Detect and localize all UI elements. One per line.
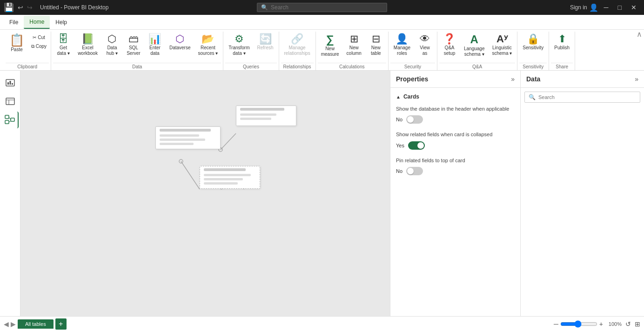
svg-rect-9	[11, 118, 14, 121]
table-card-1[interactable]	[155, 126, 221, 149]
table-card-3[interactable]	[200, 166, 260, 189]
prop-show-related-toggle-label: Yes	[396, 143, 404, 148]
data-hub-btn[interactable]: ⬡ Datahub ▾	[102, 32, 122, 60]
fit-view-btn[interactable]: ⊞	[635, 320, 640, 328]
new-measure-btn[interactable]: ∑ Newmeasure	[318, 32, 342, 60]
menu-home[interactable]: Home	[24, 16, 50, 29]
search-icon: 🔍	[261, 4, 268, 11]
maximize-btn[interactable]: □	[614, 0, 625, 15]
share-items: ⬆ Publish	[551, 32, 573, 62]
svg-line-12	[221, 133, 236, 150]
qa-items: ❓ Q&Asetup A Languageschema ▾ Aʸ Linguis…	[439, 32, 515, 62]
next-tab-btn[interactable]: ▶	[11, 320, 16, 328]
ribbon-collapse-btn[interactable]: ∧	[637, 30, 642, 39]
menu-file[interactable]: File	[4, 16, 24, 28]
dataverse-btn[interactable]: ⬡ Dataverse	[166, 32, 194, 60]
data-search-box[interactable]: 🔍	[524, 92, 640, 103]
table-card-2[interactable]	[236, 106, 296, 126]
view-as-btn[interactable]: 👁 Viewas	[415, 32, 435, 60]
data-panel-expand-btn[interactable]: »	[635, 75, 638, 83]
ribbon-group-sensitivity: 🔒 Sensitivity Sensitivity	[517, 32, 549, 70]
cards-section-header[interactable]: ▲ Cards	[396, 92, 515, 102]
properties-expand-btn[interactable]: »	[511, 75, 515, 83]
sql-icon: 🗃	[128, 34, 139, 44]
calculations-items: ∑ Newmeasure ⊞ Newcolumn ⊟ Newtable	[318, 32, 386, 62]
svg-rect-7	[5, 115, 9, 119]
left-sidebar	[0, 71, 20, 331]
svg-point-15	[179, 159, 183, 163]
add-tab-btn[interactable]: +	[55, 318, 67, 330]
manage-relationships-btn[interactable]: 🔗 Managerelationships	[281, 32, 314, 60]
new-column-icon: ⊞	[350, 34, 358, 44]
language-schema-btn[interactable]: A Languageschema ▾	[461, 32, 488, 60]
pin-related-knob	[407, 168, 414, 174]
status-right: ─ + 100% ↺ ⊞	[554, 320, 640, 328]
data-search-input[interactable]	[538, 94, 636, 100]
redo-btn[interactable]: ↪	[27, 4, 33, 11]
publish-btn[interactable]: ⬆ Publish	[551, 32, 573, 60]
share-label: Share	[551, 63, 573, 70]
transform-data-btn[interactable]: ⚙ Transformdata ▾	[225, 32, 253, 60]
excel-btn[interactable]: 📗 Excelworkbook	[74, 32, 101, 60]
ribbon-group-clipboard: 📋 Paste ✂ Cut ⧉ Copy Clipboard	[4, 32, 51, 70]
data-items: 🗄 Getdata ▾ 📗 Excelworkbook ⬡ Datahub ▾ …	[53, 32, 221, 62]
prop-show-database-toggle-label: No	[396, 117, 402, 122]
enter-data-icon: 📊	[148, 34, 161, 44]
paste-btn[interactable]: 📋 Paste	[6, 32, 28, 60]
menu-help[interactable]: Help	[50, 16, 73, 28]
prop-show-database-label: Show the database in the header when app…	[396, 106, 515, 113]
manage-roles-btn[interactable]: 👤 Manageroles	[390, 32, 414, 60]
show-related-knob	[417, 142, 424, 149]
sidebar-report-view[interactable]	[2, 74, 19, 91]
cut-btn[interactable]: ✂ Cut	[29, 33, 49, 41]
prop-pin-related-label: Pin related fields to top of card	[396, 157, 515, 164]
refresh-btn[interactable]: 🔄 Refresh	[254, 32, 277, 60]
zoom-slider[interactable]	[560, 320, 597, 328]
ribbon-group-calculations: ∑ Newmeasure ⊞ Newcolumn ⊟ Newtable Calc…	[316, 32, 389, 70]
sensitivity-btn[interactable]: 🔒 Sensitivity	[519, 32, 547, 60]
get-data-btn[interactable]: 🗄 Getdata ▾	[53, 32, 74, 60]
close-btn[interactable]: ✕	[627, 0, 640, 15]
publish-icon: ⬆	[558, 34, 566, 44]
recent-sources-btn[interactable]: 📂 Recentsources ▾	[195, 32, 221, 60]
sidebar-model-view[interactable]	[2, 112, 19, 128]
prev-tab-btn[interactable]: ◀	[4, 320, 9, 328]
zoom-control: ─ + 100%	[554, 320, 622, 328]
new-table-btn[interactable]: ⊟ Newtable	[366, 32, 386, 60]
pin-related-toggle[interactable]	[406, 167, 423, 175]
sql-server-btn[interactable]: 🗃 SQLServer	[123, 32, 144, 60]
title-search-input[interactable]	[271, 4, 373, 11]
title-bar: 💾 ↩ ↪ Untitled - Power BI Desktop 🔍 Sign…	[0, 0, 644, 15]
show-related-toggle[interactable]	[408, 141, 425, 150]
zoom-plus-icon[interactable]: +	[599, 320, 603, 328]
sign-in[interactable]: Sign in 👤	[570, 3, 598, 12]
title-search-box[interactable]: 🔍	[257, 3, 387, 12]
zoom-minus-icon[interactable]: ─	[554, 320, 558, 328]
ribbon-group-share: ⬆ Publish Share	[549, 32, 575, 70]
data-panel-title: Data	[526, 75, 540, 83]
title-bar-right: Sign in 👤 ─ □ ✕	[570, 0, 640, 15]
copy-btn[interactable]: ⧉ Copy	[29, 42, 49, 51]
view-as-icon: 👁	[420, 34, 430, 44]
prop-show-related-toggle-row: Yes	[396, 141, 515, 150]
sidebar-table-view[interactable]	[2, 93, 19, 110]
new-column-btn[interactable]: ⊞ Newcolumn	[343, 32, 365, 60]
security-items: 👤 Manageroles 👁 Viewas	[390, 32, 435, 62]
properties-section: ▲ Cards Show the database in the header …	[390, 88, 520, 186]
undo-btn[interactable]: ↩	[18, 4, 23, 11]
transform-icon: ⚙	[235, 34, 244, 44]
qa-setup-btn[interactable]: ❓ Q&Asetup	[439, 32, 460, 60]
tab-all-tables[interactable]: All tables	[18, 319, 54, 329]
canvas[interactable]	[20, 71, 390, 316]
enter-data-btn[interactable]: 📊 Enterdata	[145, 32, 165, 60]
zoom-reset-btn[interactable]: ↺	[625, 320, 631, 328]
recent-sources-icon: 📂	[201, 34, 214, 44]
svg-rect-3	[12, 83, 13, 85]
show-database-toggle[interactable]	[406, 115, 423, 124]
minimize-btn[interactable]: ─	[600, 0, 612, 15]
app-title: Untitled - Power BI Desktop	[40, 4, 108, 11]
linguistic-schema-btn[interactable]: Aʸ Linguisticschema ▾	[489, 32, 515, 60]
prop-show-database: Show the database in the header when app…	[396, 106, 515, 124]
svg-rect-2	[9, 81, 11, 85]
ribbon: 📋 Paste ✂ Cut ⧉ Copy Clipboard 🗄 Getdat	[0, 30, 644, 71]
